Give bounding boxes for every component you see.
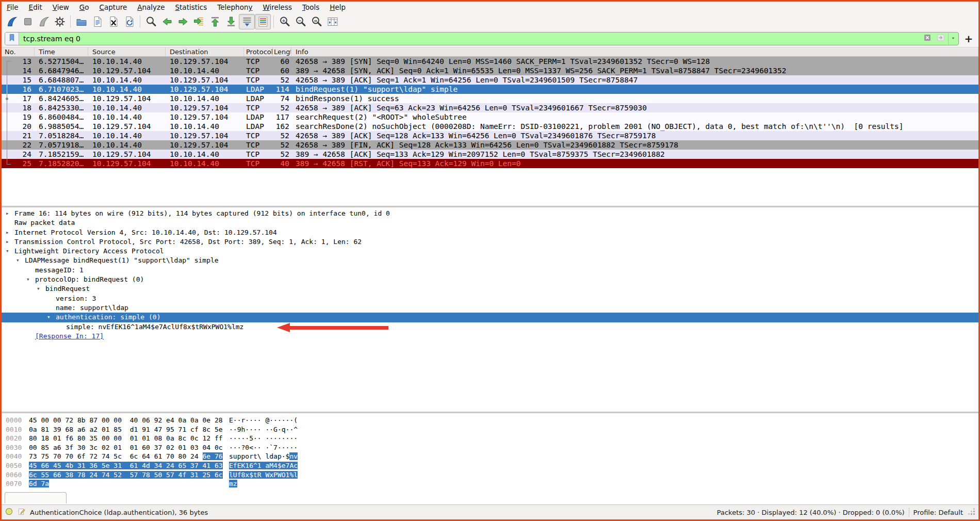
packet-row-24[interactable]: 247.1852159…10.129.57.10410.10.14.40TCP5… — [2, 150, 978, 159]
data-source-tab[interactable] — [5, 492, 67, 503]
menu-help[interactable]: Help — [324, 2, 351, 13]
filter-history-dropdown[interactable] — [948, 33, 957, 44]
start-capture-button[interactable] — [4, 14, 20, 29]
detail-line[interactable]: ▸Frame 16: 114 bytes on wire (912 bits),… — [2, 209, 978, 218]
expander-open-icon[interactable]: ▾ — [16, 256, 25, 265]
detail-line-link[interactable]: [Response In: 17] — [2, 332, 978, 341]
packet-row-13[interactable]: 136.5271504…10.10.14.4010.129.57.104TCP6… — [2, 57, 978, 66]
detail-line[interactable]: ▾protocolOp: bindRequest (0) — [2, 275, 978, 284]
first-packet-button[interactable] — [207, 14, 223, 29]
menu-view[interactable]: View — [47, 2, 74, 13]
capture-options-button[interactable] — [52, 14, 68, 29]
go-to-packet-button[interactable] — [191, 14, 207, 29]
display-filter-input[interactable]: tcp.stream eq 0 — [5, 32, 959, 45]
next-packet-button[interactable] — [175, 14, 191, 29]
menu-analyze[interactable]: Analyze — [132, 2, 170, 13]
detail-line[interactable]: ▾authentication: simple (0) — [2, 313, 978, 322]
hex-row-0050[interactable]: 005045 66 45 4b 31 36 5e 31 61 4d 34 24 … — [6, 461, 978, 470]
open-file-button[interactable] — [73, 14, 89, 29]
column-header-no[interactable]: No. — [2, 47, 35, 56]
packet-row-25[interactable]: 257.1852820…10.129.57.10410.10.14.40TCP4… — [2, 159, 978, 168]
resize-columns-button[interactable] — [324, 14, 340, 29]
column-header-protocol[interactable]: Protocol — [244, 47, 273, 56]
column-header-info[interactable]: Info — [291, 47, 978, 56]
detail-line[interactable]: ▸Transmission Control Protocol, Src Port… — [2, 237, 978, 247]
hex-bytes[interactable]: 80 18 01 f6 80 35 00 00 01 01 08 0a 8c 0… — [29, 434, 225, 443]
expander-closed-icon[interactable]: ▸ — [6, 237, 14, 247]
packet-row-17[interactable]: 176.8424605…10.129.57.10410.10.14.40LDAP… — [2, 94, 978, 103]
detail-line[interactable]: ▸Internet Protocol Version 4, Src: 10.10… — [2, 228, 978, 237]
column-header-length[interactable]: Length — [273, 47, 291, 56]
ascii-bytes[interactable]: lUf8x$tR WxPWO1%l — [229, 470, 298, 480]
menu-telephony[interactable]: Telephony — [212, 2, 257, 13]
resize-grip[interactable] — [969, 509, 975, 515]
packet-row-14[interactable]: 146.6847946…10.129.57.10410.10.14.40TCP6… — [2, 66, 978, 75]
filter-expression-text[interactable]: tcp.stream eq 0 — [19, 35, 921, 43]
packet-row-22[interactable]: 227.0571918…10.10.14.4010.129.57.104TCP5… — [2, 140, 978, 150]
hex-row-0070[interactable]: 00706d 7amz — [6, 479, 978, 489]
hex-bytes[interactable]: 6d 7a — [29, 479, 225, 489]
save-file-button[interactable] — [89, 14, 105, 29]
filter-bookmark-button[interactable] — [5, 32, 19, 45]
hex-row-0060[interactable]: 00606c 55 66 38 78 24 74 52 57 78 50 57 … — [6, 470, 978, 480]
menu-go[interactable]: Go — [74, 2, 94, 13]
detail-line[interactable]: ▾Lightweight Directory Access Protocol — [2, 247, 978, 256]
menu-capture[interactable]: Capture — [94, 2, 133, 13]
expander-open-icon[interactable]: ▾ — [6, 247, 14, 256]
ascii-bytes[interactable]: E··r···· @······( — [229, 416, 298, 425]
reload-file-button[interactable] — [121, 14, 137, 29]
ascii-bytes[interactable]: ··9h···· ··G·q··^ — [229, 425, 298, 434]
auto-scroll-button[interactable] — [239, 14, 255, 29]
detail-line[interactable]: simple: nvEfEK16^1aM4$e7AclUf8x$tRWxPWO1… — [2, 322, 978, 332]
capture-comment-icon[interactable] — [18, 508, 26, 517]
find-packet-button[interactable] — [143, 14, 159, 29]
previous-packet-button[interactable] — [159, 14, 175, 29]
packet-row-16[interactable]: 166.7107023…10.10.14.4010.129.57.104LDAP… — [2, 85, 978, 94]
ascii-bytes[interactable]: ·····5·· ········ — [229, 434, 298, 443]
ascii-bytes[interactable]: ···?0<·· ·`7····· — [229, 443, 298, 452]
hex-bytes[interactable]: 6c 55 66 38 78 24 74 52 57 78 50 57 4f 3… — [29, 470, 225, 480]
hex-bytes[interactable]: 45 66 45 4b 31 36 5e 31 61 4d 34 24 65 3… — [29, 461, 225, 470]
filter-apply-button[interactable] — [935, 33, 947, 44]
close-file-button[interactable] — [105, 14, 121, 29]
menu-tools[interactable]: Tools — [297, 2, 324, 13]
ascii-bytes[interactable]: support\ ldap·$nv — [229, 452, 298, 461]
detail-line[interactable]: Raw packet data — [2, 218, 978, 227]
menu-file[interactable]: File — [2, 2, 24, 13]
restart-capture-button[interactable] — [36, 14, 52, 29]
expander-closed-icon[interactable]: ▸ — [6, 209, 14, 218]
hex-row-0020[interactable]: 002080 18 01 f6 80 35 00 00 01 01 08 0a … — [6, 434, 978, 443]
ascii-bytes[interactable]: mz — [229, 479, 237, 489]
expert-info-icon[interactable] — [5, 507, 13, 517]
packet-row-19[interactable]: 196.8600484…10.10.14.4010.129.57.104LDAP… — [2, 112, 978, 122]
expander-open-icon[interactable]: ▾ — [47, 313, 56, 322]
hex-row-0040[interactable]: 004073 75 70 70 6f 72 74 5c 6c 64 61 70 … — [6, 452, 978, 461]
stop-capture-button[interactable] — [20, 14, 36, 29]
menu-edit[interactable]: Edit — [24, 2, 47, 13]
add-filter-button[interactable]: + — [962, 32, 975, 45]
packet-row-15[interactable]: 156.6848807…10.10.14.4010.129.57.104TCP5… — [2, 75, 978, 85]
hex-row-0030[interactable]: 003000 85 a6 3f 30 3c 02 01 01 60 37 02 … — [6, 443, 978, 452]
menu-wireless[interactable]: Wireless — [257, 2, 297, 13]
expander-open-icon[interactable]: ▾ — [26, 275, 35, 284]
expander-closed-icon[interactable]: ▸ — [6, 228, 14, 237]
last-packet-button[interactable] — [223, 14, 239, 29]
status-profile[interactable]: Profile: Default — [913, 509, 963, 516]
ascii-bytes[interactable]: EfEK16^1 aM4$e7Ac — [229, 461, 298, 470]
expander-open-icon[interactable]: ▾ — [37, 284, 45, 294]
detail-line[interactable]: ▾bindRequest — [2, 284, 978, 294]
detail-line[interactable]: version: 3 — [2, 294, 978, 303]
zoom-in-button[interactable]: + — [276, 14, 292, 29]
hex-bytes[interactable]: 0a 81 39 68 a6 a2 01 85 d1 91 47 95 71 c… — [29, 425, 225, 434]
menu-statistics[interactable]: Statistics — [170, 2, 212, 13]
zoom-out-button[interactable]: − — [292, 14, 308, 29]
column-header-source[interactable]: Source — [88, 47, 166, 56]
colorize-button[interactable] — [255, 14, 271, 29]
detail-line[interactable]: ▾LDAPMessage bindRequest(1) "support\lda… — [2, 256, 978, 265]
hex-row-0000[interactable]: 000045 00 00 72 8b 87 00 00 40 06 92 e4 … — [6, 416, 978, 425]
packet-row-21[interactable]: 217.0518284…10.10.14.4010.129.57.104TCP5… — [2, 131, 978, 140]
packet-row-18[interactable]: 186.8425330…10.10.14.4010.129.57.104TCP5… — [2, 103, 978, 112]
column-header-time[interactable]: Time — [35, 47, 88, 56]
column-header-destination[interactable]: Destination — [166, 47, 244, 56]
detail-line[interactable]: messageID: 1 — [2, 266, 978, 275]
